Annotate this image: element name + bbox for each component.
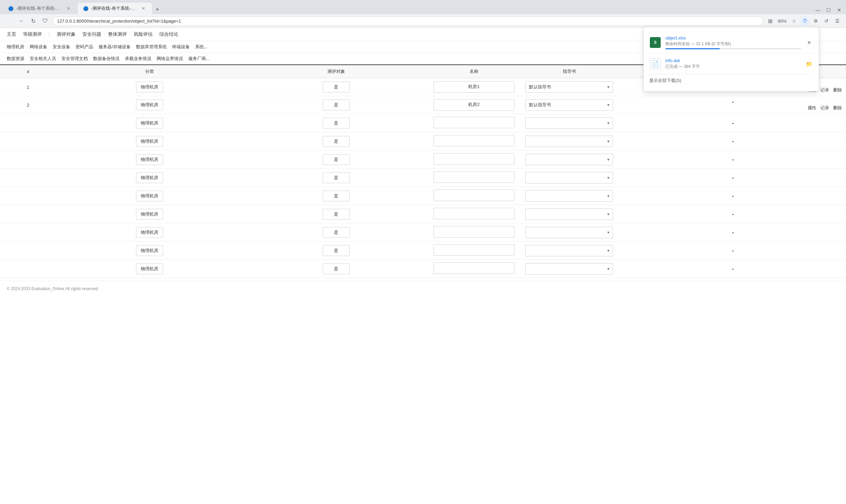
name-input-10[interactable] (434, 263, 514, 274)
cell-guide-5[interactable]: ▾ (518, 169, 620, 187)
guide-select-10[interactable]: ▾ (525, 263, 613, 275)
guide-select-7[interactable]: ▾ (525, 209, 613, 220)
cell-guide-1[interactable]: 默认指导书▾ (518, 96, 620, 114)
cell-guide-8[interactable]: ▾ (518, 223, 620, 241)
cell-guide-0[interactable]: 默认指导书▾ (518, 78, 620, 96)
cell-guide-2[interactable]: ▾ (518, 114, 620, 132)
menu-button[interactable]: ☰ (832, 16, 842, 25)
sub-nav-data-resource[interactable]: 数据资源 (7, 56, 24, 62)
download-name-1[interactable]: object.xlsx (665, 35, 801, 40)
sub-nav-system[interactable]: 系统... (195, 44, 208, 50)
guide-select-5[interactable]: ▾ (525, 172, 613, 183)
name-input-6[interactable] (434, 190, 514, 201)
tab-2-close[interactable]: ✕ (140, 5, 146, 12)
name-input-0[interactable]: 机房1 (434, 81, 514, 93)
sub-nav-security-personnel[interactable]: 安全相关人员 (30, 56, 56, 62)
download-name-2[interactable]: info.dat (665, 58, 801, 63)
sub-nav-network-device[interactable]: 网络设备 (30, 44, 47, 50)
guide-select-1[interactable]: 默认指导书▾ (525, 99, 613, 111)
name-input-2[interactable] (434, 117, 514, 128)
extensions-button[interactable]: ⊞ (766, 16, 775, 25)
sub-nav-vendor[interactable]: 服务厂商... (188, 56, 210, 62)
tab-1[interactable]: 🔵 -测评在线-有个系统-资产对象 ✕ (3, 3, 77, 14)
cell-guide-3[interactable]: ▾ (518, 132, 620, 150)
address-input[interactable] (53, 17, 763, 25)
add-tab-button[interactable]: + (153, 5, 162, 14)
action-记录-1[interactable]: 记录 (820, 105, 829, 111)
guide-select-6[interactable]: ▾ (525, 190, 613, 202)
nav-home[interactable]: 主页 (7, 31, 16, 37)
cell-name-9[interactable] (429, 241, 518, 260)
star-button[interactable]: ☆ (789, 16, 799, 25)
sub-nav-security-docs[interactable]: 安全管理文档 (61, 56, 88, 62)
nav-risk-eval[interactable]: 风险评估 (134, 31, 153, 37)
download-folder-button[interactable]: 📁 (805, 60, 813, 68)
sub-nav-database[interactable]: 数据库管理系统 (136, 44, 167, 50)
guide-select-8[interactable]: ▾ (525, 227, 613, 238)
forward-button[interactable]: → (16, 16, 26, 25)
cell-guide-10[interactable]: ▾ (518, 260, 620, 278)
tab-2[interactable]: 🔵 -测评在线-有个系统-资产对象 ✕ (78, 3, 152, 14)
guide-select-9[interactable]: ▾ (525, 245, 613, 256)
sub-nav-terminal[interactable]: 终端设备 (172, 44, 190, 50)
cell-name-2[interactable] (429, 114, 518, 132)
cell-name-3[interactable] (429, 132, 518, 150)
nav-eval-object[interactable]: 测评对象 (57, 31, 76, 37)
cell-name-7[interactable] (429, 205, 518, 223)
cell-name-1[interactable]: 机房2 (429, 96, 518, 114)
action-记录-0[interactable]: 记录 (820, 87, 829, 93)
cell-guide-7[interactable]: ▾ (518, 205, 620, 223)
eval-box-1: 是 (323, 100, 350, 110)
cell-category-7: 物理机房 (56, 205, 243, 223)
name-input-7[interactable] (434, 208, 514, 219)
sub-nav-physical-room[interactable]: 物理机房 (7, 44, 24, 50)
cell-name-6[interactable] (429, 187, 518, 205)
table-row: 物理机房是▾- (0, 187, 846, 205)
maximize-button[interactable]: ☐ (824, 6, 832, 14)
nav-overall-eval[interactable]: 整体测评 (108, 31, 127, 37)
name-input-3[interactable] (434, 135, 514, 146)
back-button[interactable]: ← (4, 16, 14, 25)
action-属性-1[interactable]: 属性 (808, 105, 816, 111)
name-input-4[interactable] (434, 153, 514, 165)
cell-guide-4[interactable]: ▾ (518, 150, 620, 169)
cell-name-5[interactable] (429, 169, 518, 187)
tab-1-close[interactable]: ✕ (66, 5, 72, 12)
close-button[interactable]: ✕ (835, 6, 843, 14)
cell-name-4[interactable] (429, 150, 518, 169)
name-input-1[interactable]: 机房2 (434, 99, 514, 111)
nav-comprehensive[interactable]: 综合结论 (159, 31, 178, 37)
name-input-8[interactable] (434, 226, 514, 237)
show-all-downloads-button[interactable]: 显示全部下载(S) (649, 76, 813, 86)
guide-select-0[interactable]: 默认指导书▾ (525, 81, 613, 93)
cell-category-4: 物理机房 (56, 150, 243, 169)
name-input-5[interactable] (434, 172, 514, 183)
refresh-button[interactable]: ↻ (28, 16, 38, 25)
sub-nav-business[interactable]: 承载业务情况 (125, 56, 151, 62)
cell-name-10[interactable] (429, 260, 518, 278)
sub-nav-network-border[interactable]: 网络边界情况 (157, 56, 183, 62)
settings-button[interactable]: ⚙ (811, 16, 820, 25)
action-删除-1[interactable]: 删除 (833, 105, 842, 111)
cell-name-8[interactable] (429, 223, 518, 241)
guide-select-4[interactable]: ▾ (525, 154, 613, 165)
minimize-button[interactable]: — (814, 6, 822, 14)
sub-nav-data-backup[interactable]: 数据备份情况 (93, 56, 120, 62)
nav-security-issue[interactable]: 安全问题 (82, 31, 101, 37)
sub-nav-crypto[interactable]: 密码产品 (76, 44, 93, 50)
cell-guide-9[interactable]: ▾ (518, 241, 620, 260)
action-删除-0[interactable]: 删除 (833, 87, 842, 93)
chevron-down-icon: ▾ (607, 267, 609, 271)
name-input-9[interactable] (434, 244, 514, 256)
cell-guide-6[interactable]: ▾ (518, 187, 620, 205)
sub-nav-security-device[interactable]: 安全设备 (53, 44, 70, 50)
cell-name-0[interactable]: 机房1 (429, 78, 518, 96)
guide-select-3[interactable]: ▾ (525, 136, 613, 147)
guide-select-2[interactable]: ▾ (525, 118, 613, 129)
table-container: # 分类 测评对象 名称 指导书 全部提交 1物理机房是机房1默认指导书▾-属性… (0, 65, 846, 278)
nav-grade-eval[interactable]: 等级测评 (23, 31, 42, 37)
download-close-1[interactable]: ✕ (805, 38, 813, 47)
undo-button[interactable]: ↺ (822, 16, 831, 25)
history-button[interactable]: ⏱ (800, 16, 810, 25)
sub-nav-server[interactable]: 服务器/存储设备 (99, 44, 131, 50)
